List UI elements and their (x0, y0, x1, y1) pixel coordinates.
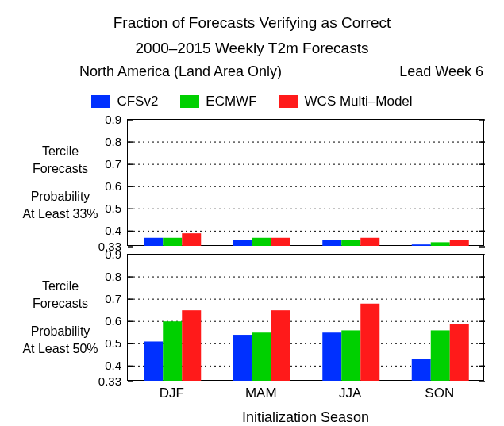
x-axis-title: Initialization Season (127, 409, 484, 426)
bar (360, 238, 379, 246)
bar (182, 310, 201, 381)
bar (233, 335, 252, 381)
legend-swatch (180, 95, 199, 108)
bar (233, 240, 252, 246)
legend: CFSv2 ECMWF WCS Multi–Model (0, 94, 504, 109)
svg-text:0.4: 0.4 (105, 224, 121, 237)
panel-0-ylabel: TercileForecastsProbabilityAt Least 33% (0, 143, 121, 222)
x-category-label: DJF (160, 386, 184, 401)
legend-label: ECMWF (206, 94, 256, 109)
bar (182, 233, 201, 246)
bar (431, 242, 450, 246)
bar (252, 332, 271, 381)
chart-page: { "titles": { "line1": "Fraction of Fore… (0, 0, 504, 426)
bar (322, 240, 341, 246)
plots-area: 0.330.40.50.60.70.80.9 0.330.40.50.60.70… (127, 119, 484, 381)
legend-label: WCS Multi–Model (305, 94, 413, 109)
subtitle-row: North America (Land Area Only) Lead Week… (79, 63, 488, 80)
svg-text:0.4: 0.4 (105, 359, 121, 372)
bar (252, 238, 271, 246)
bar (450, 324, 469, 381)
panel-1: 0.330.40.50.60.70.80.9 (127, 254, 484, 381)
bar (412, 244, 431, 246)
bar (144, 238, 163, 246)
title-block: Fraction of Forecasts Verifying as Corre… (0, 0, 504, 61)
bar (360, 304, 379, 381)
region-label: North America (Land Area Only) (79, 63, 282, 80)
bar (412, 359, 431, 381)
x-category-label: MAM (245, 386, 277, 401)
title-line-1: Fraction of Forecasts Verifying as Corre… (0, 11, 504, 35)
lead-label: Lead Week 6 (399, 63, 488, 80)
bar (144, 341, 163, 381)
panel-1-ylabel: TercileForecastsProbabilityAt Least 50% (0, 278, 121, 357)
legend-item: WCS Multi–Model (279, 94, 413, 109)
legend-label: CFSv2 (117, 94, 158, 109)
bar (450, 240, 469, 246)
bar (322, 332, 341, 381)
x-category-label: JJA (339, 386, 361, 401)
x-category-label: SON (425, 386, 454, 401)
svg-text:0.33: 0.33 (98, 374, 121, 388)
svg-text:0.9: 0.9 (105, 248, 121, 261)
bar (163, 321, 182, 381)
svg-text:0.9: 0.9 (105, 113, 121, 126)
bar (431, 330, 450, 381)
bar (341, 240, 360, 246)
bar (341, 330, 360, 381)
panel-0: 0.330.40.50.60.70.80.9 (127, 119, 484, 246)
legend-swatch (91, 95, 110, 108)
bar (163, 238, 182, 246)
bar (271, 310, 290, 381)
legend-item: CFSv2 (91, 94, 158, 109)
bar (271, 238, 290, 246)
legend-swatch (279, 95, 298, 108)
legend-item: ECMWF (180, 94, 256, 109)
title-line-2: 2000–2015 Weekly T2m Forecasts (0, 36, 504, 60)
